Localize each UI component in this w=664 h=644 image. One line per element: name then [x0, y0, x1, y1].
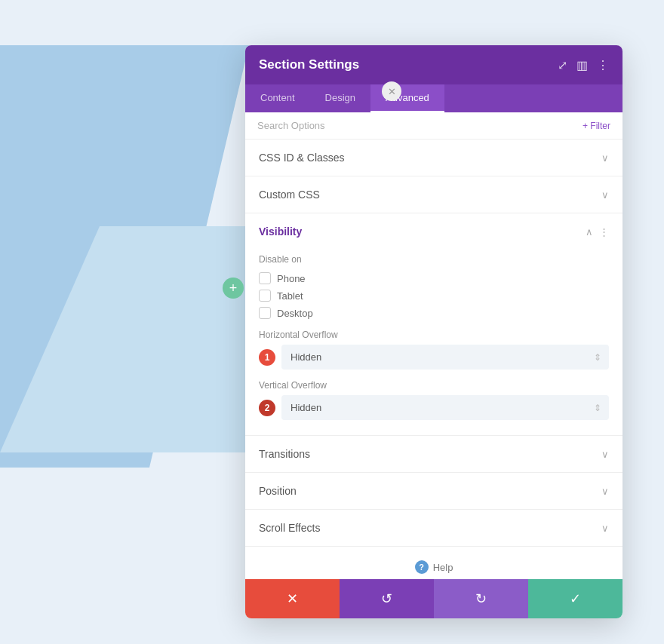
vertical-overflow-select-wrapper: Hidden Default Visible Scroll Auto [281, 395, 609, 420]
search-options-placeholder[interactable]: Search Options [257, 120, 325, 131]
position-section: Position ∨ [245, 473, 622, 510]
checkbox-desktop[interactable] [259, 307, 271, 319]
scroll-effects-header[interactable]: Scroll Effects ∨ [245, 510, 622, 546]
undo-icon: ↺ [381, 590, 392, 607]
position-header[interactable]: Position ∨ [245, 473, 622, 509]
visibility-header[interactable]: Visibility ∧ ⋮ [245, 213, 622, 250]
chevron-down-icon: ∨ [601, 152, 609, 164]
add-section-button[interactable]: + [223, 278, 244, 299]
visibility-actions: ∧ ⋮ [586, 226, 609, 238]
search-bar: Search Options + Filter [245, 112, 622, 140]
cancel-icon: ✕ [287, 590, 298, 607]
section-settings-panel: Section Settings ⤢ ▥ ⋮ Content Design Ad… [245, 45, 622, 618]
transitions-section: Transitions ∨ [245, 436, 622, 473]
chevron-down-icon: ∨ [601, 189, 609, 201]
plus-icon: + [229, 281, 238, 296]
panel-footer: ✕ ↺ ↻ ✓ [245, 579, 622, 618]
header-icons: ⤢ ▥ ⋮ [558, 58, 609, 72]
visibility-more-icon[interactable]: ⋮ [599, 226, 609, 238]
custom-css-title: Custom CSS [259, 189, 320, 201]
position-title: Position [259, 485, 297, 497]
save-icon: ✓ [570, 590, 581, 607]
custom-css-section: Custom CSS ∨ [245, 176, 622, 213]
chevron-down-icon: ∨ [601, 449, 609, 460]
horizontal-overflow-row: 1 Hidden Default Visible Scroll Auto [259, 345, 609, 370]
redo-button[interactable]: ↻ [434, 579, 528, 618]
close-icon: ✕ [388, 86, 396, 97]
vertical-overflow-select[interactable]: Hidden Default Visible Scroll Auto [281, 395, 609, 420]
vertical-overflow-label: Vertical Overflow [259, 380, 609, 391]
vertical-overflow-row: 2 Hidden Default Visible Scroll Auto [259, 395, 609, 420]
close-panel-button[interactable]: ✕ [382, 81, 401, 101]
scroll-effects-title: Scroll Effects [259, 522, 320, 534]
undo-button[interactable]: ↺ [340, 579, 434, 618]
vertical-overflow-group: Vertical Overflow 2 Hidden Default Visib… [259, 380, 609, 420]
css-id-classes-section: CSS ID & Classes ∨ [245, 140, 622, 176]
disable-on-label: Disable on [259, 254, 609, 265]
badge-1: 1 [259, 349, 275, 366]
columns-icon[interactable]: ▥ [576, 58, 588, 72]
tabs-bar: Content Design Advanced [245, 84, 622, 112]
cancel-button[interactable]: ✕ [245, 579, 340, 618]
transitions-title: Transitions [259, 448, 310, 460]
horizontal-overflow-select[interactable]: Hidden Default Visible Scroll Auto [281, 345, 609, 370]
horizontal-overflow-label: Horizontal Overflow [259, 330, 609, 340]
panel-content: CSS ID & Classes ∨ Custom CSS ∨ Visibili… [245, 140, 622, 579]
chevron-down-icon: ∨ [601, 486, 609, 497]
panel-header: Section Settings ⤢ ▥ ⋮ [245, 45, 622, 84]
panel-title: Section Settings [259, 57, 359, 72]
badge-2: 2 [259, 400, 275, 416]
chevron-down-icon: ∨ [601, 523, 609, 534]
filter-button[interactable]: + Filter [583, 121, 610, 131]
visibility-section: Visibility ∧ ⋮ Disable on Phone Tablet [245, 213, 622, 436]
visibility-title: Visibility [259, 225, 302, 238]
scroll-effects-section: Scroll Effects ∨ [245, 510, 622, 547]
resize-icon[interactable]: ⤢ [558, 58, 567, 72]
save-button[interactable]: ✓ [528, 579, 622, 618]
css-id-classes-header[interactable]: CSS ID & Classes ∨ [245, 140, 622, 176]
chevron-up-icon: ∧ [586, 226, 593, 238]
visibility-body: Disable on Phone Tablet Desktop Horizont… [245, 250, 622, 435]
transitions-header[interactable]: Transitions ∨ [245, 436, 622, 472]
more-options-icon[interactable]: ⋮ [597, 58, 609, 72]
custom-css-header[interactable]: Custom CSS ∨ [245, 176, 622, 213]
help-icon[interactable]: ? [415, 560, 429, 574]
checkbox-tablet-row: Tablet [259, 290, 609, 302]
redo-icon: ↻ [475, 590, 487, 607]
checkbox-tablet[interactable] [259, 290, 271, 302]
checkbox-tablet-label: Tablet [277, 290, 303, 302]
horizontal-overflow-select-wrapper: Hidden Default Visible Scroll Auto [281, 345, 609, 370]
help-label[interactable]: Help [433, 562, 453, 573]
checkbox-phone-label: Phone [277, 273, 306, 284]
checkbox-desktop-row: Desktop [259, 307, 609, 319]
checkbox-desktop-label: Desktop [277, 308, 313, 319]
horizontal-overflow-group: Horizontal Overflow 1 Hidden Default Vis… [259, 330, 609, 370]
checkbox-phone[interactable] [259, 272, 271, 284]
tab-design[interactable]: Design [310, 84, 370, 112]
checkbox-phone-row: Phone [259, 272, 609, 284]
tab-content[interactable]: Content [245, 84, 310, 112]
css-id-classes-title: CSS ID & Classes [259, 152, 345, 164]
help-row: ? Help [245, 547, 622, 579]
